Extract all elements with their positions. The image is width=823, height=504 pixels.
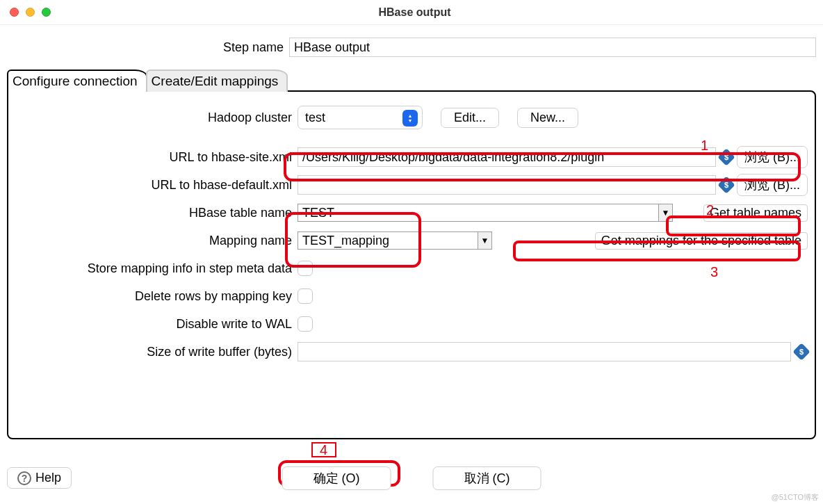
hadoop-cluster-label: Hadoop cluster — [15, 111, 298, 125]
variable-icon[interactable]: $ — [717, 148, 735, 165]
help-label: Help — [35, 471, 61, 485]
get-mappings-button[interactable]: Get mappings for the specified table — [595, 232, 808, 250]
help-icon: ? — [17, 471, 31, 485]
close-icon[interactable] — [10, 8, 19, 17]
buffer-size-label: Size of write buffer (bytes) — [15, 345, 298, 359]
tab-create-edit-mappings[interactable]: Create/Edit mappings — [146, 70, 288, 92]
annotation-3: 3 — [710, 264, 718, 280]
hbase-default-label: URL to hbase-default.xml — [15, 178, 298, 193]
browse-hbase-site-button[interactable]: 浏览 (B)... — [737, 146, 808, 168]
disable-wal-label: Disable write to WAL — [15, 317, 298, 332]
mapping-name-combo[interactable]: TEST_mapping ▼ — [298, 231, 492, 250]
edit-cluster-button[interactable]: Edit... — [441, 108, 499, 128]
window-title: HBase output — [51, 6, 779, 19]
variable-icon[interactable]: $ — [717, 176, 735, 193]
titlebar: HBase output — [0, 0, 823, 25]
get-table-names-button[interactable]: Get table names — [703, 204, 808, 222]
table-name-combo[interactable]: TEST ▼ — [298, 204, 673, 222]
watermark: @51CTO博客 — [772, 492, 819, 503]
mapping-name-label: Mapping name — [15, 234, 298, 248]
chevron-updown-icon: ▲▼ — [402, 110, 418, 127]
dropdown-icon: ▼ — [478, 232, 491, 249]
maximize-icon[interactable] — [42, 8, 51, 17]
cancel-button[interactable]: 取消 (C) — [433, 466, 541, 490]
help-button[interactable]: ? Help — [7, 467, 72, 489]
minimize-icon[interactable] — [26, 8, 35, 17]
mapping-name-value: TEST_mapping — [302, 234, 389, 248]
variable-icon[interactable]: $ — [792, 343, 810, 360]
annotation-4: 4 — [320, 442, 327, 458]
delete-rows-checkbox[interactable] — [298, 288, 313, 304]
dropdown-icon: ▼ — [658, 204, 672, 221]
store-meta-label: Store mapping info in step meta data — [15, 261, 298, 276]
annotation-2: 2 — [706, 202, 714, 218]
hbase-site-input[interactable] — [298, 147, 716, 167]
hbase-default-input[interactable] — [298, 175, 716, 195]
hbase-site-label: URL to hbase-site.xml — [15, 150, 298, 165]
store-meta-checkbox[interactable] — [298, 261, 313, 276]
table-name-label: HBase table name — [15, 206, 298, 220]
tab-panel: Hadoop cluster test ▲▼ Edit... New... UR… — [7, 90, 816, 439]
ok-button[interactable]: 确定 (O) — [282, 466, 391, 490]
disable-wal-checkbox[interactable] — [298, 316, 313, 332]
browse-hbase-default-button[interactable]: 浏览 (B)... — [737, 174, 808, 196]
step-name-label: Step name — [7, 40, 289, 55]
table-name-value: TEST — [302, 206, 334, 220]
new-cluster-button[interactable]: New... — [517, 108, 578, 128]
tab-configure-connection[interactable]: Configure connection — [7, 70, 147, 92]
delete-rows-label: Delete rows by mapping key — [15, 289, 298, 304]
buffer-size-input[interactable] — [298, 342, 791, 361]
window-controls — [10, 8, 51, 17]
hadoop-cluster-select[interactable]: test ▲▼ — [298, 106, 423, 129]
annotation-1: 1 — [701, 138, 708, 154]
hadoop-cluster-value: test — [305, 111, 325, 125]
step-name-input[interactable] — [289, 38, 816, 57]
